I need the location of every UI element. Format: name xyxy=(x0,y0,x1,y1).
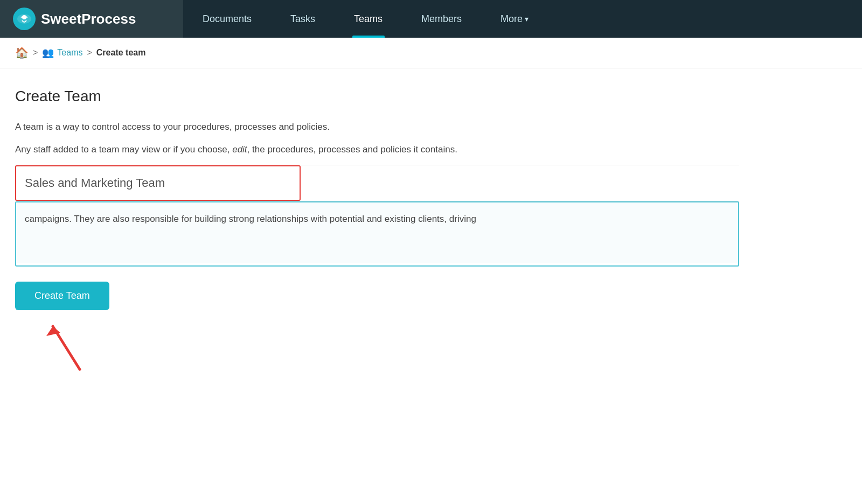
create-team-button[interactable]: Create Team xyxy=(15,282,109,310)
team-desc-field-wrapper: campaigns. They are also responsible for… xyxy=(15,201,739,267)
arrow-annotation xyxy=(37,316,101,375)
svg-point-2 xyxy=(22,15,26,19)
inputs-container: campaigns. They are also responsible for… xyxy=(15,165,739,267)
nav-more[interactable]: More ▾ xyxy=(481,0,548,38)
home-icon[interactable]: 🏠 xyxy=(15,46,29,59)
breadcrumb-sep-2: > xyxy=(87,48,92,58)
breadcrumb-teams-link[interactable]: 👥 Teams xyxy=(42,47,82,59)
nav-documents[interactable]: Documents xyxy=(183,0,271,38)
breadcrumb: 🏠 > 👥 Teams > Create team xyxy=(0,38,862,68)
nav-tasks[interactable]: Tasks xyxy=(271,0,335,38)
description-line-2: Any staff added to a team may view or if… xyxy=(15,143,739,157)
sweetprocess-logo-icon xyxy=(13,8,36,30)
nav-more-label: More ▾ xyxy=(500,13,529,25)
chevron-down-icon: ▾ xyxy=(525,15,529,23)
breadcrumb-current: Create team xyxy=(96,48,146,58)
nav-teams[interactable]: Teams xyxy=(335,0,402,38)
team-desc-textarea[interactable]: campaigns. They are also responsible for… xyxy=(16,202,738,263)
arrow-svg xyxy=(37,316,101,375)
brand-area: SweetProcess xyxy=(0,0,183,38)
nav-members[interactable]: Members xyxy=(402,0,481,38)
teams-icon: 👥 xyxy=(42,47,54,59)
navbar: SweetProcess Documents Tasks Teams Membe… xyxy=(0,0,862,38)
breadcrumb-teams-label: Teams xyxy=(57,48,82,58)
main-content: Create Team A team is a way to control a… xyxy=(0,68,754,407)
page-title: Create Team xyxy=(15,88,739,105)
brand-logo[interactable]: SweetProcess xyxy=(13,8,136,30)
team-name-field-wrapper xyxy=(15,165,301,201)
brand-name: SweetProcess xyxy=(41,11,136,27)
edit-italic: edit xyxy=(232,144,247,155)
breadcrumb-sep-1: > xyxy=(33,48,38,58)
description-line-1: A team is a way to control access to you… xyxy=(15,120,739,134)
team-name-input[interactable] xyxy=(16,166,300,200)
nav-links: Documents Tasks Teams Members More ▾ xyxy=(183,0,862,38)
